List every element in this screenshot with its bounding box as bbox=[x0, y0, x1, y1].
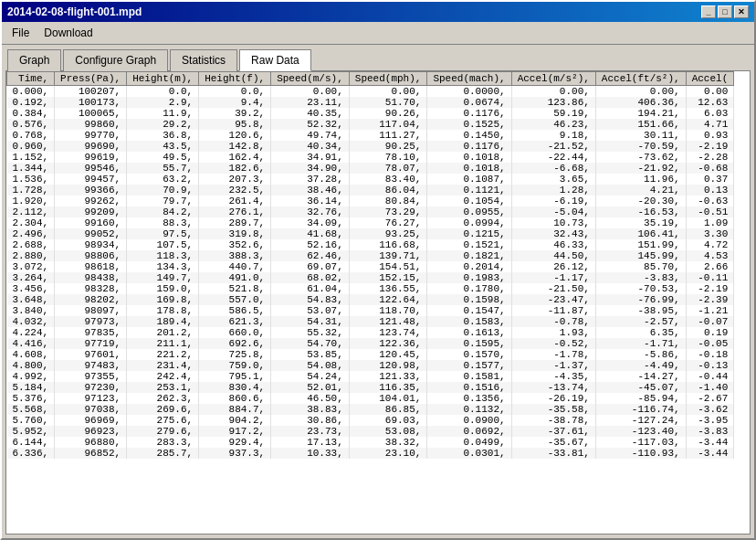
table-cell: 104.01, bbox=[349, 393, 427, 404]
table-row: 4.992,97355,242.4,795.1,54.24,121.33,0.1… bbox=[7, 371, 734, 382]
table-cell: 1.920, bbox=[7, 196, 55, 206]
table-cell: 98934, bbox=[55, 239, 127, 250]
table-cell: 6.336, bbox=[7, 448, 55, 459]
table-cell: 123.86, bbox=[511, 97, 595, 108]
table-cell: 98202, bbox=[55, 294, 127, 305]
table-cell: 23.11, bbox=[271, 97, 350, 108]
table-cell: 97601, bbox=[55, 349, 127, 360]
table-cell: 11.96, bbox=[595, 174, 686, 185]
table-container[interactable]: Time,Press(Pa),Height(m),Height(f),Speed… bbox=[6, 71, 750, 534]
table-cell: 54.08, bbox=[271, 360, 350, 371]
table-cell: 319.8, bbox=[199, 228, 271, 239]
table-cell: -11.87, bbox=[511, 305, 595, 316]
table-cell: 99546, bbox=[55, 163, 127, 174]
table-cell: 38.46, bbox=[271, 185, 350, 196]
download-menu[interactable]: Download bbox=[37, 24, 99, 42]
table-cell: 145.99, bbox=[595, 250, 686, 261]
table-cell: 1.536, bbox=[7, 174, 55, 185]
table-cell: -1.37, bbox=[511, 360, 595, 371]
table-cell: -6.19, bbox=[511, 196, 595, 206]
table-cell: 85.70, bbox=[595, 261, 686, 272]
table-cell: 93.25, bbox=[349, 228, 427, 239]
tab-statistics[interactable]: Statistics bbox=[170, 49, 237, 71]
table-cell: 5.952, bbox=[7, 426, 55, 437]
table-cell: 96852, bbox=[55, 448, 127, 459]
table-cell: 52.16, bbox=[271, 239, 350, 250]
table-cell: -0.07 bbox=[686, 316, 734, 327]
table-cell: 388.3, bbox=[199, 250, 271, 261]
table-cell: 0.0301, bbox=[427, 448, 511, 459]
table-cell: 660.0, bbox=[199, 327, 271, 338]
data-table: Time,Press(Pa),Height(m),Height(f),Speed… bbox=[6, 71, 734, 459]
table-cell: 182.6, bbox=[199, 163, 271, 174]
table-cell: 44.50, bbox=[511, 250, 595, 261]
tab-raw-data[interactable]: Raw Data bbox=[239, 49, 311, 71]
table-cell: 3.456, bbox=[7, 283, 55, 294]
close-button[interactable]: ✕ bbox=[734, 5, 749, 18]
table-cell: -38.95, bbox=[595, 305, 686, 316]
table-cell: 40.35, bbox=[271, 108, 350, 119]
table-cell: 49.74, bbox=[271, 130, 350, 141]
table-row: 2.496,99052,97.5,319.8,41.68,93.25,0.121… bbox=[7, 228, 734, 239]
minimize-button[interactable]: _ bbox=[701, 5, 716, 18]
table-cell: 99770, bbox=[55, 130, 127, 141]
table-cell: 0.00, bbox=[511, 86, 595, 98]
table-cell: 830.4, bbox=[199, 382, 271, 393]
table-row: 1.536,99457,63.2,207.3,37.28,83.40,0.108… bbox=[7, 174, 734, 185]
table-cell: 83.40, bbox=[349, 174, 427, 185]
table-cell: 39.2, bbox=[199, 108, 271, 119]
table-cell: 261.4, bbox=[199, 196, 271, 206]
file-menu[interactable]: File bbox=[5, 24, 36, 42]
table-cell: 9.18, bbox=[511, 130, 595, 141]
table-cell: 142.8, bbox=[199, 141, 271, 152]
table-cell: -3.44 bbox=[686, 448, 734, 459]
table-cell: -70.59, bbox=[595, 141, 686, 152]
table-cell: -5.86, bbox=[595, 349, 686, 360]
table-cell: 0.1516, bbox=[427, 382, 511, 393]
table-cell: 289.7, bbox=[199, 217, 271, 228]
table-cell: 0.192, bbox=[7, 97, 55, 108]
table-cell: 73.29, bbox=[349, 206, 427, 217]
table-cell: 23.73, bbox=[271, 426, 350, 437]
table-cell: 4.21, bbox=[595, 185, 686, 196]
table-cell: 154.51, bbox=[349, 261, 427, 272]
table-cell: 4.800, bbox=[7, 360, 55, 371]
table-cell: 78.07, bbox=[349, 163, 427, 174]
table-row: 3.072,98618,134.3,440.7,69.07,154.51,0.2… bbox=[7, 261, 734, 272]
table-cell: 0.0, bbox=[199, 86, 271, 98]
table-cell: 34.91, bbox=[271, 152, 350, 163]
table-cell: 120.45, bbox=[349, 349, 427, 360]
table-cell: 0.0900, bbox=[427, 415, 511, 426]
tab-configure-graph[interactable]: Configure Graph bbox=[63, 49, 168, 71]
table-cell: 36.8, bbox=[127, 130, 199, 141]
table-cell: 35.19, bbox=[595, 217, 686, 228]
table-cell: 795.1, bbox=[199, 371, 271, 382]
table-cell: 59.19, bbox=[511, 108, 595, 119]
table-cell: 521.8, bbox=[199, 283, 271, 294]
table-cell: 178.8, bbox=[127, 305, 199, 316]
table-cell: 6.35, bbox=[595, 327, 686, 338]
table-cell: 121.33, bbox=[349, 371, 427, 382]
table-cell: 2.496, bbox=[7, 228, 55, 239]
table-row: 5.760,96969,275.6,904.2,30.86,69.03,0.09… bbox=[7, 415, 734, 426]
table-cell: -3.83 bbox=[686, 426, 734, 437]
table-cell: -13.74, bbox=[511, 382, 595, 393]
maximize-button[interactable]: □ bbox=[718, 5, 732, 18]
table-cell: 99262, bbox=[55, 196, 127, 206]
table-cell: 221.2, bbox=[127, 349, 199, 360]
table-cell: 937.3, bbox=[199, 448, 271, 459]
table-cell: 231.4, bbox=[127, 360, 199, 371]
table-cell: 4.53 bbox=[686, 250, 734, 261]
table-cell: 100207, bbox=[55, 86, 127, 98]
table-cell: 38.32, bbox=[349, 437, 427, 448]
table-cell: 151.99, bbox=[595, 239, 686, 250]
table-row: 6.336,96852,285.7,937.3,10.33,23.10,0.03… bbox=[7, 448, 734, 459]
table-cell: -2.19 bbox=[686, 141, 734, 152]
table-cell: 0.0692, bbox=[427, 426, 511, 437]
table-cell: 0.1983, bbox=[427, 272, 511, 283]
table-cell: 78.10, bbox=[349, 152, 427, 163]
column-header: Speed(m/s), bbox=[271, 72, 350, 86]
column-header: Accel( bbox=[686, 72, 734, 86]
table-cell: 0.93 bbox=[686, 130, 734, 141]
tab-graph[interactable]: Graph bbox=[7, 49, 61, 71]
